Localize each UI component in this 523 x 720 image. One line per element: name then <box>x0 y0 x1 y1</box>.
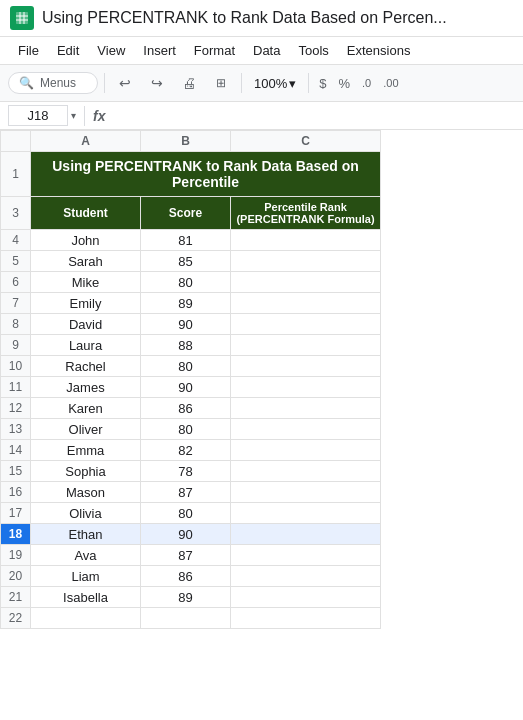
cell-percentile-20[interactable] <box>231 566 381 587</box>
cell-percentile-4[interactable] <box>231 230 381 251</box>
cell-score-13[interactable]: 80 <box>141 419 231 440</box>
cell-student-13[interactable]: Oliver <box>31 419 141 440</box>
cell-percentile-18[interactable] <box>231 524 381 545</box>
cell-student-7[interactable]: Emily <box>31 293 141 314</box>
cell-student-20[interactable]: Liam <box>31 566 141 587</box>
row-num-17[interactable]: 17 <box>1 503 31 524</box>
cell-percentile-14[interactable] <box>231 440 381 461</box>
row-num-5[interactable]: 5 <box>1 251 31 272</box>
row-num-10[interactable]: 10 <box>1 356 31 377</box>
cell-score-18[interactable]: 90 <box>141 524 231 545</box>
row-num-14[interactable]: 14 <box>1 440 31 461</box>
cell-percentile-8[interactable] <box>231 314 381 335</box>
menu-extensions[interactable]: Extensions <box>339 39 419 62</box>
menu-format[interactable]: Format <box>186 39 243 62</box>
cell-percentile-16[interactable] <box>231 482 381 503</box>
print-button[interactable]: 🖨 <box>175 69 203 97</box>
cell-percentile-13[interactable] <box>231 419 381 440</box>
decimal-increase-button[interactable]: .00 <box>379 75 402 91</box>
redo-button[interactable]: ↪ <box>143 69 171 97</box>
col-header-b[interactable]: B <box>141 131 231 152</box>
cell-reference[interactable]: J18 <box>8 105 68 126</box>
cell-student-5[interactable]: Sarah <box>31 251 141 272</box>
cell-percentile-9[interactable] <box>231 335 381 356</box>
cell-percentile-11[interactable] <box>231 377 381 398</box>
cell-student-19[interactable]: Ava <box>31 545 141 566</box>
menu-tools[interactable]: Tools <box>290 39 336 62</box>
cell-percentile-19[interactable] <box>231 545 381 566</box>
cell-student-4[interactable]: John <box>31 230 141 251</box>
undo-button[interactable]: ↩ <box>111 69 139 97</box>
cell-student-15[interactable]: Sophia <box>31 461 141 482</box>
cell-score-7[interactable]: 89 <box>141 293 231 314</box>
row-num-11[interactable]: 11 <box>1 377 31 398</box>
cell-student-12[interactable]: Karen <box>31 398 141 419</box>
col-header-a[interactable]: A <box>31 131 141 152</box>
cell-ref-arrow[interactable]: ▾ <box>71 110 76 121</box>
cell-score-11[interactable]: 90 <box>141 377 231 398</box>
cell-score-16[interactable]: 87 <box>141 482 231 503</box>
menus-search[interactable]: 🔍 Menus <box>8 72 98 94</box>
cell-score-21[interactable]: 89 <box>141 587 231 608</box>
menu-edit[interactable]: Edit <box>49 39 87 62</box>
row-num-15[interactable]: 15 <box>1 461 31 482</box>
cell-b22[interactable] <box>141 608 231 629</box>
decimal-decrease-button[interactable]: .0 <box>358 75 375 91</box>
paint-format-button[interactable]: ⊞ <box>207 69 235 97</box>
row-num-1[interactable]: 1 <box>1 152 31 197</box>
cell-score-17[interactable]: 80 <box>141 503 231 524</box>
cell-percentile-5[interactable] <box>231 251 381 272</box>
cell-student-8[interactable]: David <box>31 314 141 335</box>
cell-score-19[interactable]: 87 <box>141 545 231 566</box>
cell-student-9[interactable]: Laura <box>31 335 141 356</box>
cell-student-6[interactable]: Mike <box>31 272 141 293</box>
cell-percentile-7[interactable] <box>231 293 381 314</box>
row-num-8[interactable]: 8 <box>1 314 31 335</box>
cell-student-17[interactable]: Olivia <box>31 503 141 524</box>
cell-score-4[interactable]: 81 <box>141 230 231 251</box>
row-num-21[interactable]: 21 <box>1 587 31 608</box>
row-num-3[interactable]: 3 <box>1 197 31 230</box>
cell-score-9[interactable]: 88 <box>141 335 231 356</box>
menu-data[interactable]: Data <box>245 39 288 62</box>
menu-insert[interactable]: Insert <box>135 39 184 62</box>
cell-c22[interactable] <box>231 608 381 629</box>
cell-score-6[interactable]: 80 <box>141 272 231 293</box>
cell-student-18[interactable]: Ethan <box>31 524 141 545</box>
cell-student-16[interactable]: Mason <box>31 482 141 503</box>
row-num-7[interactable]: 7 <box>1 293 31 314</box>
cell-percentile-12[interactable] <box>231 398 381 419</box>
cell-percentile-21[interactable] <box>231 587 381 608</box>
col-header-c[interactable]: C <box>231 131 381 152</box>
row-num-22[interactable]: 22 <box>1 608 31 629</box>
zoom-control[interactable]: 100% ▾ <box>248 74 302 93</box>
row-num-20[interactable]: 20 <box>1 566 31 587</box>
row-num-18[interactable]: 18 <box>1 524 31 545</box>
cell-student-21[interactable]: Isabella <box>31 587 141 608</box>
menu-file[interactable]: File <box>10 39 47 62</box>
cell-student-14[interactable]: Emma <box>31 440 141 461</box>
menu-view[interactable]: View <box>89 39 133 62</box>
row-num-19[interactable]: 19 <box>1 545 31 566</box>
cell-percentile-6[interactable] <box>231 272 381 293</box>
cell-student-11[interactable]: James <box>31 377 141 398</box>
cell-student-10[interactable]: Rachel <box>31 356 141 377</box>
cell-score-20[interactable]: 86 <box>141 566 231 587</box>
cell-percentile-17[interactable] <box>231 503 381 524</box>
cell-percentile-15[interactable] <box>231 461 381 482</box>
row-num-12[interactable]: 12 <box>1 398 31 419</box>
cell-score-5[interactable]: 85 <box>141 251 231 272</box>
row-num-13[interactable]: 13 <box>1 419 31 440</box>
row-num-16[interactable]: 16 <box>1 482 31 503</box>
cell-score-10[interactable]: 80 <box>141 356 231 377</box>
row-num-9[interactable]: 9 <box>1 335 31 356</box>
cell-percentile-10[interactable] <box>231 356 381 377</box>
cell-score-14[interactable]: 82 <box>141 440 231 461</box>
cell-a22[interactable] <box>31 608 141 629</box>
row-num-6[interactable]: 6 <box>1 272 31 293</box>
cell-score-8[interactable]: 90 <box>141 314 231 335</box>
percent-button[interactable]: % <box>334 74 354 93</box>
cell-score-15[interactable]: 78 <box>141 461 231 482</box>
cell-score-12[interactable]: 86 <box>141 398 231 419</box>
row-num-4[interactable]: 4 <box>1 230 31 251</box>
